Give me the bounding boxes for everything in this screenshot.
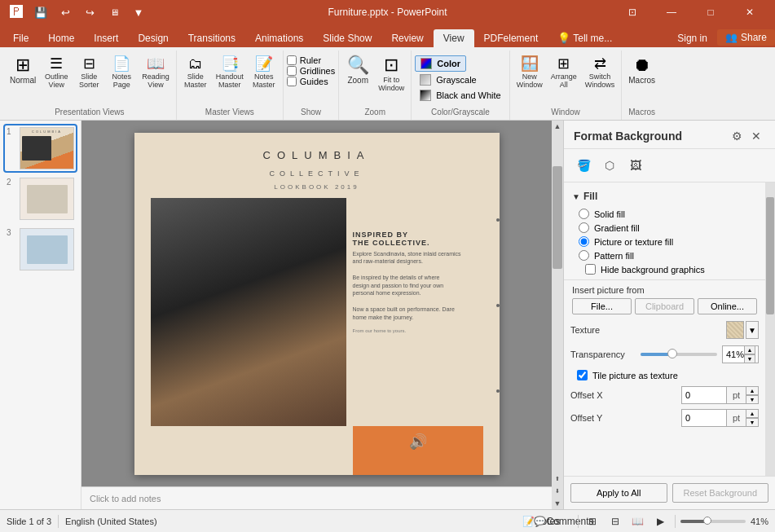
- reset-background-btn[interactable]: Reset Background: [672, 483, 769, 503]
- normal-view-btn[interactable]: ⊞ Normal: [7, 54, 39, 87]
- slide-thumb-2[interactable]: 2: [5, 176, 76, 222]
- fit-to-window-btn[interactable]: ⊡ Fit toWindow: [375, 54, 407, 95]
- notes-input-area[interactable]: Click to add notes: [81, 486, 552, 509]
- panel-scroll-thumb[interactable]: [766, 197, 774, 314]
- comments-status-btn[interactable]: 💬 Comments: [555, 512, 573, 530]
- slide-master-btn[interactable]: 🗂 SlideMaster: [180, 54, 211, 91]
- tab-pdfelement[interactable]: PDFelement: [474, 29, 548, 47]
- transparency-slider[interactable]: [641, 353, 717, 356]
- slide-preview-2: [20, 178, 74, 220]
- reading-view-btn[interactable]: 📖 ReadingView: [139, 54, 173, 91]
- outline-view-btn[interactable]: ☰ OutlineView: [41, 54, 72, 91]
- tab-view[interactable]: View: [434, 29, 474, 47]
- slider-thumb[interactable]: [667, 349, 677, 358]
- present-btn[interactable]: 🖥: [104, 2, 124, 22]
- apply-to-all-btn[interactable]: Apply to All: [570, 483, 667, 503]
- offset-x-down[interactable]: ▼: [746, 395, 759, 404]
- gridlines-check[interactable]: Gridlines: [287, 66, 335, 76]
- bw-btn[interactable]: Black and White: [415, 88, 505, 103]
- notes-page-btn[interactable]: 📄 NotesPage: [106, 54, 137, 91]
- effects-icon-tab[interactable]: ⬡: [598, 154, 621, 177]
- fill-icon-tab[interactable]: 🪣: [572, 154, 595, 177]
- tab-transitions[interactable]: Transitions: [178, 29, 245, 47]
- slide-thumb-3[interactable]: 3: [5, 226, 76, 272]
- panel-close-icon[interactable]: ✕: [747, 127, 765, 145]
- picture-fill-option[interactable]: Picture or texture fill: [579, 236, 757, 247]
- trans-spinner-down[interactable]: ▼: [744, 354, 755, 363]
- slide-thumb-1[interactable]: 1 COLUMBIA: [5, 125, 76, 171]
- picture-icon-tab[interactable]: 🖼: [624, 154, 647, 177]
- slideshow-status[interactable]: ▶: [652, 512, 670, 530]
- panel-scrollbar[interactable]: [765, 182, 775, 476]
- online-btn[interactable]: Online...: [698, 298, 757, 314]
- scroll-expand-down[interactable]: ⬇: [552, 486, 563, 497]
- offset-y-input[interactable]: [681, 409, 726, 427]
- maximize-btn[interactable]: □: [692, 0, 729, 24]
- scroll-track-vertical[interactable]: [552, 132, 563, 473]
- undo-btn[interactable]: ↩: [55, 2, 75, 22]
- fill-label: Fill: [583, 191, 597, 202]
- tab-animations[interactable]: Animations: [245, 29, 313, 47]
- qat-dropdown[interactable]: ▼: [129, 2, 148, 22]
- sorter-view-status[interactable]: ⊟: [606, 512, 624, 530]
- tile-checkbox-row: Tile picture as texture: [564, 367, 765, 384]
- guides-check[interactable]: Guides: [287, 77, 335, 86]
- scroll-thumb-vertical[interactable]: [553, 166, 562, 269]
- scroll-expand-up[interactable]: ⬆: [552, 473, 563, 485]
- reading-view-status[interactable]: 📖: [629, 512, 647, 530]
- switch-windows-btn[interactable]: ⇄ SwitchWindows: [582, 54, 619, 91]
- panel-options-icon[interactable]: ⚙: [728, 127, 746, 145]
- trans-spinner-up[interactable]: ▲: [744, 345, 755, 354]
- offset-x-up[interactable]: ▲: [746, 386, 759, 395]
- zoom-thumb[interactable]: [703, 517, 711, 525]
- minimize-btn[interactable]: —: [653, 0, 690, 24]
- scroll-down-arrow[interactable]: ▼: [552, 498, 563, 509]
- tab-insert[interactable]: Insert: [84, 29, 128, 47]
- new-window-btn[interactable]: 🪟 NewWindow: [513, 54, 546, 91]
- redo-btn[interactable]: ↪: [80, 2, 99, 22]
- grayscale-btn[interactable]: Grayscale: [415, 73, 482, 87]
- tab-review[interactable]: Review: [381, 29, 433, 47]
- arrange-btn[interactable]: ⊞ ArrangeAll: [548, 54, 580, 91]
- pattern-fill-option[interactable]: Pattern fill: [579, 250, 757, 261]
- clipboard-btn[interactable]: Clipboard: [635, 298, 694, 314]
- group-show: Ruler Gridlines Guides Show: [284, 51, 339, 120]
- tab-signin[interactable]: Sign in: [667, 29, 717, 47]
- scroll-up-arrow[interactable]: ▲: [552, 121, 563, 132]
- tab-home[interactable]: Home: [38, 29, 84, 47]
- color-btn[interactable]: Color: [415, 55, 466, 72]
- save-btn[interactable]: 💾: [31, 2, 51, 22]
- offset-y-down[interactable]: ▼: [746, 418, 759, 427]
- tab-tellme[interactable]: 💡 Tell me...: [548, 29, 622, 47]
- tab-share[interactable]: 👥 Share: [717, 29, 775, 46]
- notes-master-btn[interactable]: 📝 NotesMaster: [249, 54, 280, 91]
- tile-checkbox[interactable]: [577, 370, 588, 380]
- solid-fill-option[interactable]: Solid fill: [579, 209, 757, 219]
- zoom-slider[interactable]: [680, 520, 746, 523]
- normal-view-status[interactable]: ⊞: [583, 512, 601, 530]
- ruler-check[interactable]: Ruler: [287, 55, 335, 65]
- group-color-grayscale: Color Grayscale Black and White Color/Gr…: [412, 51, 509, 120]
- close-btn[interactable]: ✕: [731, 0, 768, 24]
- tab-design[interactable]: Design: [128, 29, 178, 47]
- texture-dropdown-btn[interactable]: ▼: [746, 321, 759, 339]
- hide-bg-option[interactable]: Hide background graphics: [579, 264, 757, 275]
- tile-picture-option[interactable]: Tile picture as texture: [570, 370, 759, 380]
- slide-sorter-btn[interactable]: ⊟ SlideSorter: [73, 54, 104, 91]
- vertical-scrollbar[interactable]: ▲ ⬆ ⬇ ▼: [552, 121, 563, 509]
- notes-page-icon: 📄: [112, 56, 130, 71]
- tab-slideshow[interactable]: Slide Show: [313, 29, 381, 47]
- offset-x-spinners: ▲ ▼: [746, 386, 759, 404]
- file-btn[interactable]: File...: [572, 298, 632, 314]
- offset-x-input[interactable]: [681, 386, 726, 404]
- handout-master-btn[interactable]: 📑 HandoutMaster: [213, 54, 247, 91]
- slide-canvas-area[interactable]: COLUMBIA COLLECTIVE LOOKBOOK 2019 INSPIR…: [81, 121, 552, 486]
- gradient-fill-option[interactable]: Gradient fill: [579, 222, 757, 233]
- tab-file[interactable]: File: [3, 29, 38, 47]
- restore-btn[interactable]: ⊡: [614, 0, 651, 24]
- zoom-btn[interactable]: 🔍 Zoom: [342, 54, 373, 87]
- switch-windows-icon: ⇄: [594, 56, 606, 71]
- fill-section-header[interactable]: ▼ Fill: [572, 187, 757, 205]
- offset-y-up[interactable]: ▲: [746, 409, 759, 418]
- macros-btn[interactable]: ⏺ Macros: [625, 54, 658, 87]
